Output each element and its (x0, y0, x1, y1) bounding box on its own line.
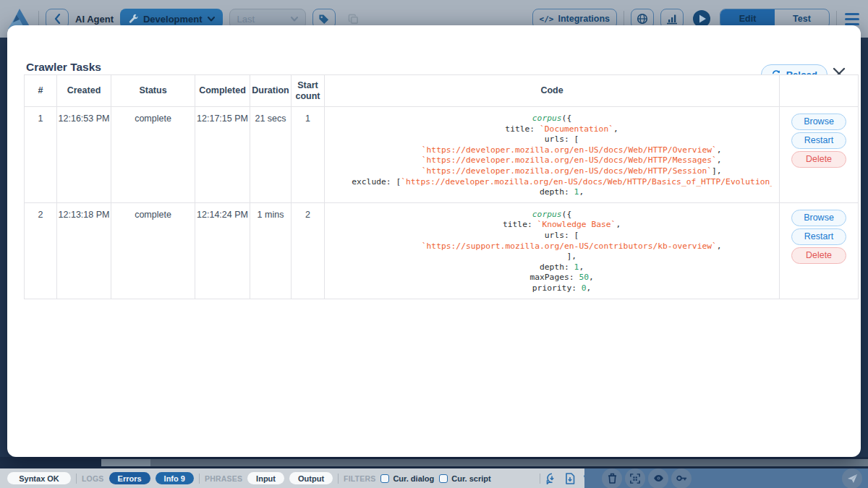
cur-script-checkbox[interactable]: Cur. script (439, 474, 490, 483)
logs-label: LOGS (82, 474, 104, 483)
code-line: corpus({ (332, 210, 772, 221)
col-header-start-count: Start count (292, 75, 325, 107)
crawler-tasks-table: # Created Status Completed Duration Star… (24, 74, 859, 299)
input-badge[interactable]: Input (247, 472, 284, 484)
duration-text: 1 mins (250, 202, 292, 299)
divider (836, 11, 837, 27)
trash-icon (608, 473, 617, 484)
status-bar-right (584, 468, 868, 488)
code-line: corpus({ (332, 114, 772, 124)
col-header-code: Code (325, 75, 780, 107)
col-header-created: Created (57, 75, 111, 107)
code-line: urls: [ (332, 231, 772, 241)
bottom-scroll-strip (0, 457, 868, 468)
tag-icon (318, 14, 329, 25)
divider (76, 474, 77, 484)
wrench-icon (128, 14, 138, 24)
code-cell: corpus({ title: `Knowledge Base`, urls: … (325, 202, 780, 299)
syntax-status-badge[interactable]: Syntax OK (7, 472, 71, 484)
divider (199, 474, 200, 484)
output-badge[interactable]: Output (289, 472, 333, 484)
copy-icon (348, 14, 359, 25)
export-dialog-button[interactable] (545, 472, 558, 485)
chevron-down-icon (291, 17, 298, 22)
phrases-label: PHRASES (205, 474, 242, 483)
code-line: urls: [ (332, 134, 772, 145)
chevron-down-icon (208, 17, 215, 22)
app-title: AI Agent (75, 14, 114, 25)
row-number: 2 (25, 202, 57, 299)
code-line: maxPages: 50, (332, 273, 772, 283)
table-header-row: # Created Status Completed Duration Star… (25, 75, 859, 107)
watch-button[interactable] (648, 468, 668, 488)
start-count: 1 (292, 107, 325, 203)
duration-text: 21 secs (250, 107, 292, 203)
back-chevron-icon (54, 14, 61, 24)
api-key-button[interactable] (671, 468, 692, 488)
errors-badge[interactable]: Errors (109, 472, 150, 484)
integrations-label: Integrations (558, 14, 610, 24)
status-bar: Syntax OK LOGS Errors Info 9 PHRASES Inp… (0, 468, 868, 488)
code-line: title: `Documentation`, (332, 124, 772, 135)
globe-icon (637, 13, 648, 25)
cur-dialog-checkbox-input[interactable] (380, 474, 389, 483)
horizontal-scrollbar-handle[interactable] (101, 459, 150, 466)
eye-icon (653, 474, 664, 482)
crawler-tasks-modal: Crawler Tasks Reload # (7, 25, 861, 457)
export-file-button[interactable] (563, 472, 576, 485)
code-line: title: `Knowledge Base`, (332, 220, 772, 231)
code-line: `https://support.mozilla.org/en-US/contr… (332, 241, 772, 252)
divider (540, 474, 540, 484)
actions-cell: BrowseRestartDelete (780, 107, 859, 203)
col-header-status: Status (111, 75, 195, 107)
development-mode-label: Development (143, 14, 203, 25)
status-text: complete (111, 202, 195, 299)
cur-dialog-checkbox[interactable]: Cur. dialog (380, 474, 434, 483)
restart-button[interactable]: Restart (791, 228, 846, 245)
horizontal-scrollbar-track[interactable] (101, 459, 868, 466)
cur-dialog-label: Cur. dialog (393, 474, 434, 483)
browse-button[interactable]: Browse (791, 210, 846, 226)
browse-button[interactable]: Browse (791, 114, 846, 130)
status-text: complete (111, 107, 195, 203)
delete-button[interactable]: Delete (791, 151, 846, 168)
divider (624, 11, 624, 27)
completed-time: 12:14:24 PM (195, 202, 250, 299)
actions-cell: BrowseRestartDelete (780, 202, 859, 299)
delete-button[interactable]: Delete (791, 247, 846, 264)
completed-time: 12:17:15 PM (195, 107, 250, 203)
chat-download-icon (546, 473, 558, 484)
restart-button[interactable]: Restart (791, 132, 846, 149)
code-line: `https://developer.mozilla.org/en-US/doc… (332, 166, 772, 177)
filters-label: FILTERS (344, 474, 375, 483)
scan-qr-button[interactable] (625, 468, 645, 488)
code-cell: corpus({ title: `Documentation`, urls: [… (325, 107, 780, 203)
cur-script-label: Cur. script (451, 474, 490, 483)
clear-chat-button[interactable] (602, 468, 622, 488)
crawler-table-body: 112:16:53 PMcomplete12:17:15 PM21 secs1c… (25, 107, 859, 299)
file-download-icon (565, 473, 575, 484)
code-line: exclude: [`https://developer.mozilla.org… (332, 177, 772, 188)
created-time: 12:16:53 PM (57, 107, 111, 203)
col-header-actions (780, 75, 859, 107)
row-number: 1 (25, 107, 57, 203)
version-select-value: Last (237, 14, 255, 25)
divider (38, 11, 39, 27)
crawler-task-row: 112:16:53 PMcomplete12:17:15 PM21 secs1c… (25, 107, 859, 203)
app-root: AI Agent Development Last (0, 0, 868, 488)
send-button[interactable] (842, 468, 862, 488)
created-time: 12:13:18 PM (57, 202, 111, 299)
code-block: corpus({ title: `Documentation`, urls: [… (332, 114, 772, 198)
code-line: ], (332, 252, 772, 262)
code-line: priority: 0, (332, 283, 772, 294)
start-count: 2 (292, 202, 325, 299)
bar-chart-icon (666, 13, 678, 25)
info-badge[interactable]: Info 9 (156, 472, 194, 484)
code-line: depth: 1, (332, 262, 772, 273)
code-line: `https://developer.mozilla.org/en-US/doc… (332, 155, 772, 166)
divider (338, 474, 339, 484)
cur-script-checkbox-input[interactable] (439, 474, 448, 483)
menu-icon[interactable] (843, 12, 861, 27)
col-header-completed: Completed (195, 75, 250, 107)
code-block: corpus({ title: `Knowledge Base`, urls: … (332, 210, 772, 294)
